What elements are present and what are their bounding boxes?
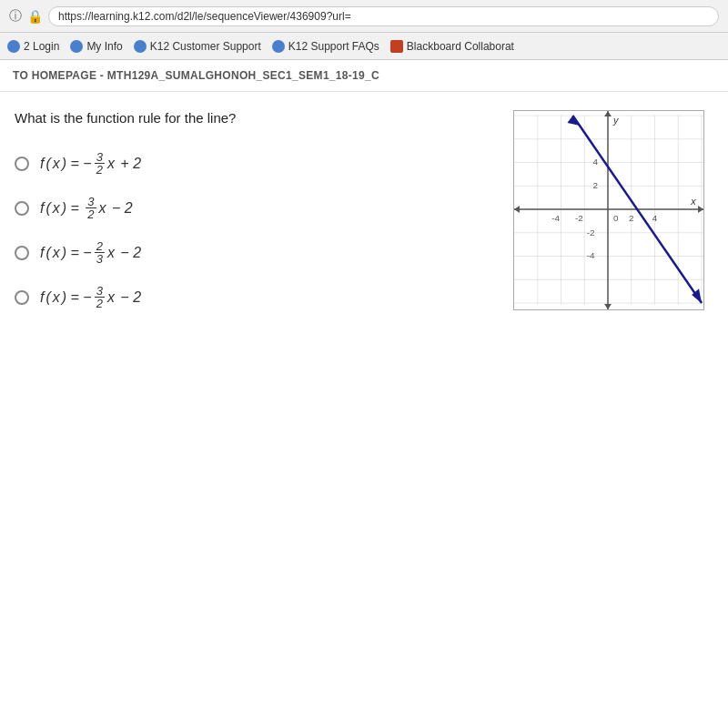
graph-container: x y -2 -4 2 4 0 4 2 -2 -4	[513, 110, 704, 310]
formula-a: f(x) = −32x + 2	[40, 151, 141, 176]
option-c[interactable]: f(x) = −23x − 2	[15, 240, 495, 265]
svg-text:-2: -2	[587, 228, 595, 238]
address-bar: ⓘ 🔒 https://learning.k12.com/d2l/le/sequ…	[0, 0, 728, 33]
formula-d: f(x) = −32x − 2	[40, 285, 141, 309]
svg-marker-19	[698, 206, 703, 213]
bookmark-icon-customer-support	[134, 40, 147, 53]
bookmark-icon-myinfo	[70, 40, 83, 53]
breadcrumb-text: TO HOMEPAGE - MTH129A_SUMALGHONOH_SEC1_S…	[13, 69, 379, 82]
svg-text:-4: -4	[551, 213, 560, 223]
bookmark-icon-support-faqs	[272, 40, 285, 53]
url-bar[interactable]: https://learning.k12.com/d2l/le/sequence…	[48, 6, 719, 26]
svg-text:2: 2	[629, 213, 634, 223]
info-circle-icon: ⓘ	[9, 8, 22, 25]
bookmarks-bar: 2 Login My Info K12 Customer Support K12…	[0, 33, 728, 60]
graph-panel: x y -2 -4 2 4 0 4 2 -2 -4	[513, 110, 713, 710]
bookmark-customer-support[interactable]: K12 Customer Support	[134, 40, 261, 53]
svg-text:y: y	[612, 115, 619, 126]
svg-marker-21	[604, 111, 612, 116]
bookmark-support-faqs[interactable]: K12 Support FAQs	[272, 40, 379, 53]
graph-svg: x y -2 -4 2 4 0 4 2 -2 -4	[514, 111, 703, 309]
url-text: https://learning.k12.com/d2l/le/sequence…	[58, 10, 351, 23]
bookmark-icon-blackboard	[390, 40, 403, 53]
svg-text:4: 4	[592, 157, 598, 167]
lock-icon: 🔒	[27, 9, 43, 24]
page-content: TO HOMEPAGE - MTH129A_SUMALGHONOH_SEC1_S…	[0, 60, 728, 728]
option-d[interactable]: f(x) = −32x − 2	[15, 285, 495, 309]
bookmark-label-blackboard: Blackboard Collaborat	[407, 40, 514, 53]
question-panel: What is the function rule for the line? …	[15, 110, 495, 710]
radio-d[interactable]	[15, 290, 29, 305]
question-text: What is the function rule for the line?	[15, 110, 495, 126]
svg-text:x: x	[690, 196, 696, 207]
svg-marker-35	[567, 116, 580, 126]
svg-marker-20	[514, 206, 520, 213]
svg-text:0: 0	[613, 213, 619, 223]
option-b[interactable]: f(x) = 32x − 2	[15, 196, 495, 220]
bookmark-label-support-faqs: K12 Support FAQs	[288, 40, 379, 53]
bookmark-label-myinfo: My Info	[86, 40, 122, 53]
svg-text:-4: -4	[587, 250, 595, 260]
main-content: What is the function rule for the line? …	[0, 92, 728, 728]
formula-c: f(x) = −23x − 2	[40, 240, 141, 265]
bookmark-label-login: 2 Login	[24, 40, 59, 53]
svg-text:-2: -2	[575, 213, 583, 223]
formula-b: f(x) = 32x − 2	[40, 196, 133, 220]
svg-text:4: 4	[652, 213, 658, 223]
bookmark-label-customer-support: K12 Customer Support	[150, 40, 261, 53]
answer-options: f(x) = −32x + 2 f(x) = 32x − 2	[15, 151, 495, 309]
bookmark-blackboard[interactable]: Blackboard Collaborat	[390, 40, 514, 53]
bookmark-icon-login	[7, 40, 20, 53]
svg-marker-22	[604, 304, 612, 309]
browser-window: ⓘ 🔒 https://learning.k12.com/d2l/le/sequ…	[0, 0, 728, 728]
bookmark-login[interactable]: 2 Login	[7, 40, 59, 53]
bookmark-myinfo[interactable]: My Info	[70, 40, 122, 53]
radio-b[interactable]	[15, 201, 29, 216]
radio-a[interactable]	[15, 157, 29, 171]
radio-c[interactable]	[15, 246, 29, 260]
svg-text:2: 2	[592, 180, 598, 190]
option-a[interactable]: f(x) = −32x + 2	[15, 151, 495, 176]
breadcrumb: TO HOMEPAGE - MTH129A_SUMALGHONOH_SEC1_S…	[0, 60, 728, 92]
